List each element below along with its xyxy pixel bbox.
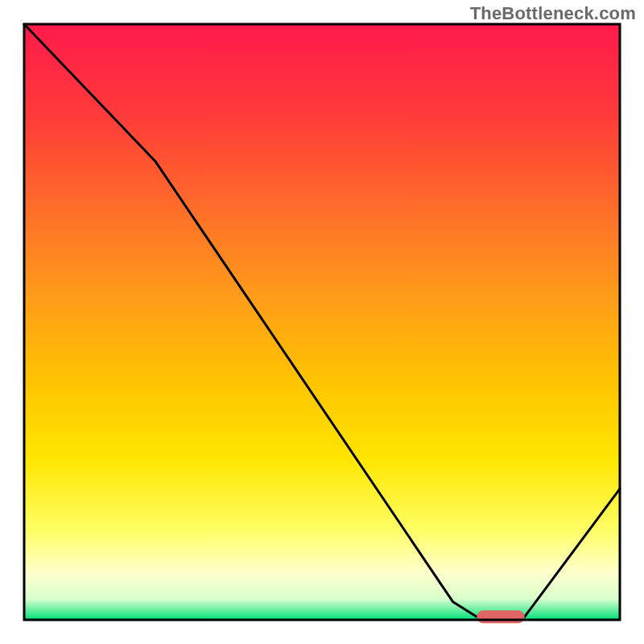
bottleneck-chart (0, 0, 644, 644)
chart-container: TheBottleneck.com (0, 0, 644, 644)
optimum-marker (477, 610, 524, 623)
plot-area (24, 24, 620, 623)
plot-background (24, 24, 620, 620)
